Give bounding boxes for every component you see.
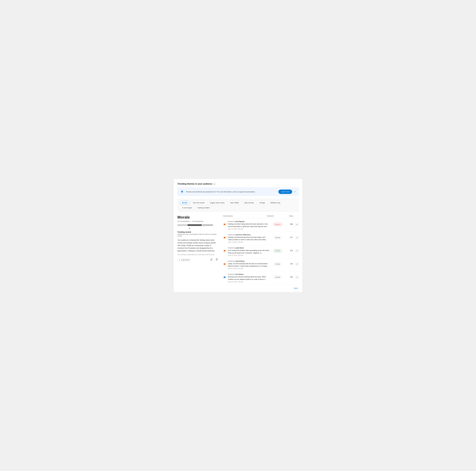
banner-close-button[interactable]: × xyxy=(294,190,296,193)
message-icon xyxy=(224,250,226,252)
thumbs-down-button[interactable] xyxy=(215,258,218,262)
message-icon xyxy=(224,224,226,226)
negative-bar-segment xyxy=(177,224,187,226)
trend-chart-button[interactable] xyxy=(295,236,299,239)
conv-author: Posted by Astrid Wong xyxy=(228,260,270,262)
conversations-count: 15 conversations xyxy=(177,220,190,222)
stats-separator xyxy=(190,221,191,222)
conv-text: Love seeing the positive vibes spreading… xyxy=(228,249,270,254)
table-header: Conversations Sentiment Views ↓ xyxy=(223,215,299,218)
conv-icon xyxy=(223,262,226,266)
conv-date: June 14, 2023, 9:34 AM xyxy=(228,255,270,256)
ai-banner-icon xyxy=(180,190,184,194)
conv-icon xyxy=(223,236,226,240)
conv-text: Feeling a bit down lately about the team… xyxy=(228,223,270,228)
conv-icon xyxy=(223,276,226,279)
next-chevron-icon: › xyxy=(298,287,299,289)
conv-views: 352 xyxy=(286,276,293,278)
selected-theme-name: Morale xyxy=(177,215,218,220)
info-icon[interactable]: i xyxy=(213,183,215,185)
participants-count: 275 participants xyxy=(192,220,203,222)
conv-views: 376 xyxy=(286,263,293,265)
trend-chart-icon xyxy=(296,237,298,238)
conv-trend-btn xyxy=(294,247,299,252)
ai-generated-badge: ✦ AI-generated xyxy=(177,258,191,262)
trend-chart-icon xyxy=(296,250,298,251)
trend-chart-button[interactable] xyxy=(295,223,299,226)
table-row: Posted by Amy Nguyen Feeling a bit down … xyxy=(223,219,299,232)
pagination-row: Next › xyxy=(223,287,299,289)
status-badge: Negative xyxy=(273,223,282,226)
learn-more-button[interactable]: Learn more xyxy=(278,190,292,194)
conv-author: Posted by Lydia Bauer xyxy=(228,247,270,249)
theme-tag-ai-job-impact[interactable]: AI Job Impact xyxy=(180,206,194,210)
status-badge: Neutral xyxy=(274,276,282,279)
theme-tag-ai-bugs[interactable]: AI Bugs xyxy=(257,201,267,205)
conv-body: Posted by Amy Nguyen Feeling a bit down … xyxy=(228,221,270,230)
trending-subtitle: Sentiment across conversations with this… xyxy=(177,233,218,237)
sentiment-badge: Negative xyxy=(271,223,284,226)
neutral-bar-segment xyxy=(187,224,202,226)
sentiment-bar xyxy=(177,224,218,226)
ai-generated-label: AI-generated xyxy=(181,259,189,261)
sentiment-indicator xyxy=(177,227,218,229)
conv-views: 589 xyxy=(286,223,293,225)
theme-tag-wellness-day[interactable]: Wellness Day xyxy=(268,201,283,205)
conv-text: Lately, I've felt frustrated with the la… xyxy=(228,262,270,267)
lightbulb-icon xyxy=(181,191,183,193)
theme-tag-hacking-incident[interactable]: Hacking incident xyxy=(195,206,212,210)
conv-body: Posted by Astrid Wong Lately, I've felt … xyxy=(228,260,270,270)
message-icon xyxy=(224,276,226,278)
themes-tags: MoraleYear end resultsSupply chain issue… xyxy=(180,201,296,210)
svg-rect-1 xyxy=(182,192,182,193)
theme-description: Your audience is sharing their feelings … xyxy=(177,239,218,252)
conv-author: Posted by Lawrence Gilbertson xyxy=(228,234,270,236)
conversations-list: Posted by Amy Nguyen Feeling a bit down … xyxy=(223,219,299,285)
sort-icon[interactable]: ↓ xyxy=(293,215,294,217)
thumbs-up-icon xyxy=(210,258,213,261)
conv-body: Posted by Lawrence Gilbertson Feeling a … xyxy=(228,234,270,243)
conv-views: 413 xyxy=(286,250,293,251)
trend-chart-button[interactable] xyxy=(295,263,299,265)
next-button[interactable]: Next › xyxy=(294,287,299,289)
positive-bar-segment xyxy=(202,224,213,226)
ai-disclaimer: The summary is generated by AI and may n… xyxy=(177,254,218,255)
status-badge: Neutral xyxy=(274,236,282,239)
theme-stats: 15 conversations 275 participants xyxy=(177,220,218,222)
theme-tag-morale[interactable]: Morale xyxy=(180,201,189,205)
theme-tag-supply-chain[interactable]: Supply chain issues xyxy=(208,201,227,205)
table-row: Posted by Lawrence Gilbertson Feeling a … xyxy=(223,232,299,245)
left-panel: Morale 15 conversations 275 participants… xyxy=(177,215,218,289)
theme-tag-data-security[interactable]: Data security xyxy=(242,201,256,205)
table-row: Posted by Lydia Bauer Love seeing the po… xyxy=(223,245,299,258)
table-row: Posted by Astrid Wong Lately, I've felt … xyxy=(223,258,299,272)
svg-rect-0 xyxy=(182,192,183,192)
conv-body: Posted by Lydia Bauer Love seeing the po… xyxy=(228,247,270,256)
thumbs-up-button[interactable] xyxy=(210,258,213,262)
theme-tag-team-offsite[interactable]: Team offsite xyxy=(228,201,241,205)
trend-chart-button[interactable] xyxy=(295,276,299,279)
status-badge: Neutral xyxy=(274,263,282,265)
conv-views: 477 xyxy=(286,236,293,238)
trending-title: Trending neutral xyxy=(177,231,218,233)
conv-text: Noticing some tension brewing within the… xyxy=(228,276,270,280)
thumbs-down-icon xyxy=(215,258,218,261)
theme-tag-year-end[interactable]: Year end results xyxy=(190,201,207,205)
conv-trend-btn xyxy=(294,234,299,239)
conv-date: June 14, 2023, 9:34 AM xyxy=(228,281,270,283)
message-icon xyxy=(224,263,226,265)
conv-date: June 14, 2023, 9:34 AM xyxy=(228,268,270,269)
main-content: Morale 15 conversations 275 participants… xyxy=(177,215,299,289)
trend-chart-button[interactable] xyxy=(295,249,299,252)
conv-body: Posted by Tim Deboer Noticing some tensi… xyxy=(228,273,270,283)
message-icon xyxy=(224,237,226,239)
spark-icon: ✦ xyxy=(179,259,180,261)
conv-trend-btn xyxy=(294,273,299,279)
status-badge: Positive xyxy=(273,249,282,252)
trend-chart-icon xyxy=(296,277,298,278)
ai-banner-text: Themes and sentiment are powered by AI. … xyxy=(186,191,277,193)
ai-banner: Themes and sentiment are powered by AI. … xyxy=(177,188,299,196)
conv-author: Posted by Amy Nguyen xyxy=(228,221,270,222)
trend-chart-icon xyxy=(296,224,298,225)
next-label: Next xyxy=(294,287,298,289)
